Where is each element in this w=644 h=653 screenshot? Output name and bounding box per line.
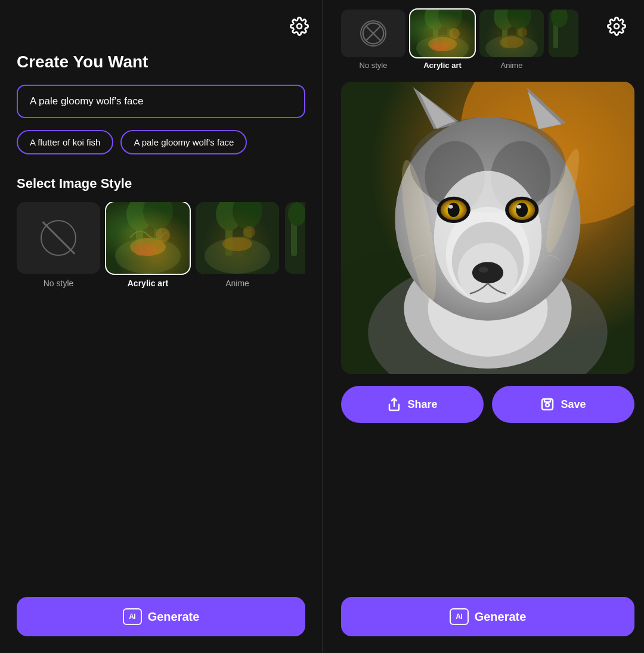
save-label: Save [561,398,586,411]
svg-rect-2 [106,202,190,274]
style-thumb-anime [196,202,279,274]
style-item-no-style[interactable]: No style [17,202,100,288]
prompt-input[interactable] [30,95,292,107]
svg-point-10 [156,228,170,242]
share-label: Share [407,398,437,411]
svg-point-8 [130,238,166,256]
svg-point-9 [133,244,157,256]
svg-point-41 [518,27,527,37]
svg-rect-25 [410,10,475,57]
no-style-icon [41,220,76,256]
suggestion-pill-0[interactable]: A flutter of koi fish [17,130,113,154]
ai-badge-left: AI [123,608,142,625]
style4-preview-svg [285,202,305,274]
style-thumb-acrylic [106,202,190,274]
svg-point-33 [449,28,460,39]
style-label-anime: Anime [225,278,249,288]
top-style-thumb-no-style [341,10,405,57]
svg-rect-5 [154,211,162,256]
top-style-item-no-style[interactable]: No style [341,10,405,70]
svg-point-15 [216,202,242,231]
svg-point-64 [448,205,453,209]
top-style-label-acrylic: Acrylic art [423,61,462,70]
action-buttons: Share Save [341,386,634,423]
top-style-item-anime[interactable]: Anime [479,10,544,70]
acrylic-art-preview-svg [106,202,190,274]
svg-point-6 [126,202,153,231]
svg-rect-11 [196,202,279,274]
svg-point-39 [507,10,531,29]
svg-point-32 [431,42,449,51]
svg-point-7 [143,202,173,229]
svg-rect-27 [433,16,438,48]
top-style-item-acrylic[interactable]: Acrylic art [410,10,475,70]
svg-point-12 [205,238,270,274]
ai-badge-right: AI [450,608,469,625]
panel-divider [322,0,323,653]
svg-point-35 [485,35,538,57]
svg-rect-4 [136,214,143,256]
top-style4-svg [549,10,578,57]
right-panel: No style Acrylic art [332,0,644,653]
svg-point-72 [479,267,488,273]
top-acrylic-svg [410,10,475,57]
style-label-acrylic: Acrylic art [128,278,168,288]
suggestion-pills: A flutter of koi fish A pale gloomy wolf… [17,130,305,154]
style-item-anime[interactable]: Anime [196,202,279,288]
svg-point-63 [448,203,460,217]
style-item-4[interactable] [285,202,305,288]
style-section-title: Select Image Style [17,176,305,191]
svg-rect-36 [502,16,507,48]
generate-button-right[interactable]: AI Generate [341,597,634,636]
svg-point-26 [416,35,469,57]
prompt-input-wrapper [17,85,305,118]
top-anime-svg [479,10,544,57]
top-style-label-anime: Anime [501,61,523,70]
svg-point-71 [472,262,503,283]
svg-point-16 [233,202,262,229]
share-button[interactable]: Share [341,386,484,423]
generate-button-left[interactable]: AI Generate [17,597,305,636]
top-style-thumb-anime [479,10,544,57]
svg-point-40 [500,36,524,48]
anime-preview-svg [196,202,279,274]
page-title: Create You Want [17,52,305,72]
svg-point-29 [425,10,446,30]
svg-rect-78 [544,399,550,402]
svg-point-38 [494,10,515,30]
top-style-thumb-4 [549,10,578,57]
suggestion-pill-1[interactable]: A pale gloomy wolf's face [120,130,247,154]
top-style-label-no-style: No style [360,61,388,70]
svg-point-3 [115,238,181,274]
style-label-no-style: No style [44,278,74,288]
svg-rect-37 [516,14,522,49]
generate-label-left: Generate [148,610,200,624]
style-thumb-4 [285,202,305,274]
svg-point-30 [438,10,462,29]
no-style-x-icon [361,20,385,47]
top-style-item-4[interactable] [549,10,578,70]
svg-rect-34 [479,10,544,57]
wolf-image-svg [341,82,634,374]
left-panel: Create You Want A flutter of koi fish A … [0,0,322,653]
share-icon [387,397,401,411]
svg-point-18 [243,226,255,238]
svg-rect-14 [243,211,252,256]
generate-label-right: Generate [475,610,527,624]
svg-point-17 [222,237,252,251]
style-thumb-no-style [17,202,100,274]
svg-point-67 [516,203,528,217]
svg-rect-13 [225,214,233,256]
style-grid: No style [17,202,305,288]
top-style-strip: No style Acrylic art [341,0,634,79]
svg-rect-76 [542,399,553,410]
svg-point-31 [428,37,457,51]
svg-point-77 [546,403,549,407]
svg-rect-28 [447,14,453,49]
save-icon [540,397,555,411]
save-button[interactable]: Save [492,386,634,423]
svg-point-21 [288,202,305,226]
style-item-acrylic[interactable]: Acrylic art [106,202,190,288]
top-style-thumb-acrylic [410,10,475,57]
svg-point-68 [516,205,521,209]
